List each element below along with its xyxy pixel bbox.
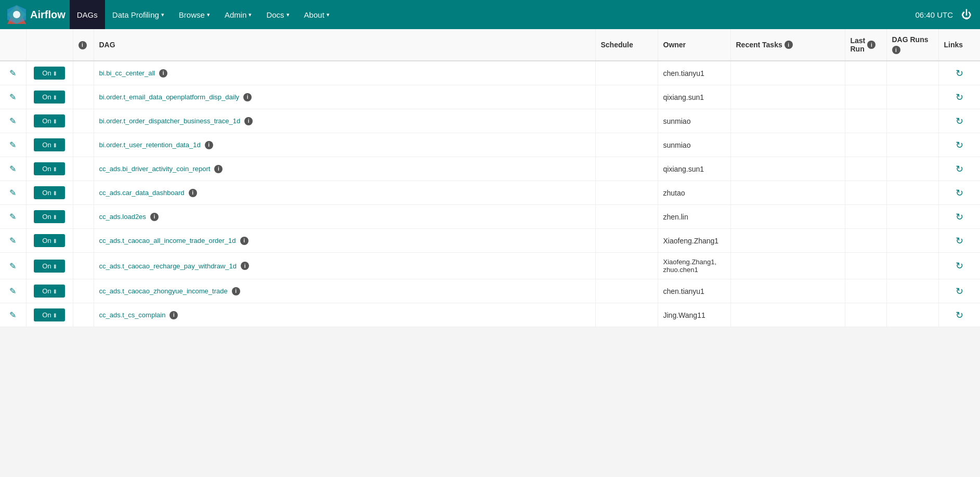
- nav-item-about[interactable]: About ▾: [297, 0, 337, 29]
- schedule-cell: [595, 279, 658, 303]
- schedule-cell: [595, 303, 658, 327]
- dag-name-cell: cc_ads.bi_driver_activity_coin_report i: [99, 165, 590, 173]
- schedule-cell: [595, 61, 658, 85]
- dag-name-link[interactable]: cc_ads.load2es: [99, 213, 146, 221]
- dag-info-icon[interactable]: i: [244, 117, 253, 125]
- airflow-logo-icon: [6, 4, 27, 25]
- dag-info-icon[interactable]: i: [189, 189, 197, 197]
- power-button[interactable]: ⏻: [959, 7, 974, 23]
- table-row: ✎On cc_ads.t_cs_complain i Jing.Wang11↻: [0, 303, 980, 327]
- col-header-edit: [0, 29, 26, 61]
- nav-item-dags[interactable]: DAGs: [70, 0, 105, 29]
- recent-tasks-cell: [730, 253, 845, 279]
- toggle-button[interactable]: On: [34, 285, 65, 298]
- last-run-info-icon[interactable]: i: [867, 41, 876, 49]
- refresh-icon[interactable]: ↻: [956, 140, 963, 150]
- dag-runs-cell: [886, 253, 938, 279]
- nav-item-admin[interactable]: Admin ▾: [217, 0, 259, 29]
- refresh-icon[interactable]: ↻: [956, 68, 963, 79]
- refresh-icon[interactable]: ↻: [956, 212, 963, 222]
- dag-runs-cell: [886, 85, 938, 109]
- edit-icon[interactable]: ✎: [9, 140, 16, 149]
- refresh-icon[interactable]: ↻: [956, 164, 963, 174]
- refresh-icon[interactable]: ↻: [956, 286, 963, 296]
- dag-info-icon[interactable]: i: [243, 93, 252, 101]
- recent-tasks-cell: [730, 157, 845, 181]
- dag-name-link[interactable]: cc_ads.t_cs_complain: [99, 311, 166, 319]
- edit-icon[interactable]: ✎: [9, 69, 16, 78]
- nav-item-browse[interactable]: Browse ▾: [172, 0, 217, 29]
- nav-item-data-profiling[interactable]: Data Profiling ▾: [105, 0, 172, 29]
- dag-name-link[interactable]: bi.order.t_user_retention_data_1d: [99, 141, 201, 149]
- dag-info-icon[interactable]: i: [169, 311, 178, 319]
- dag-name-link[interactable]: cc_ads.t_caocao_all_income_trade_order_1…: [99, 237, 236, 244]
- refresh-icon[interactable]: ↻: [956, 92, 963, 102]
- caret-icon: ▾: [326, 11, 330, 18]
- dag-runs-info-icon[interactable]: i: [892, 46, 900, 54]
- toggle-button[interactable]: On: [34, 138, 65, 151]
- time-display: 06:40 UTC: [915, 10, 953, 19]
- toggle-button[interactable]: On: [34, 114, 65, 127]
- toggle-button[interactable]: On: [34, 234, 65, 247]
- dag-info-icon[interactable]: i: [159, 69, 167, 78]
- refresh-icon[interactable]: ↻: [956, 261, 963, 271]
- dag-info-icon[interactable]: i: [214, 165, 223, 173]
- dag-name-link[interactable]: cc_ads.t_caocao_zhongyue_income_trade: [99, 287, 228, 295]
- dag-name-link[interactable]: bi.bi_cc_center_all: [99, 69, 155, 77]
- dag-name-cell: cc_ads.t_cs_complain i: [99, 311, 590, 319]
- refresh-icon[interactable]: ↻: [956, 236, 963, 246]
- owner-cell: qixiang.sun1: [658, 85, 730, 109]
- dag-runs-cell: [886, 181, 938, 205]
- toggle-button[interactable]: On: [34, 162, 65, 175]
- schedule-cell: [595, 181, 658, 205]
- recent-tasks-cell: [730, 109, 845, 133]
- col-header-dag: DAG: [94, 29, 595, 61]
- dag-runs-cell: [886, 109, 938, 133]
- dag-name-cell: bi.order.t_order_dispatcher_business_tra…: [99, 117, 590, 125]
- toggle-button[interactable]: On: [34, 67, 65, 80]
- recent-tasks-info-icon[interactable]: i: [785, 41, 793, 49]
- edit-icon[interactable]: ✎: [9, 262, 16, 270]
- schedule-cell: [595, 253, 658, 279]
- owner-cell: Xiaofeng.Zhang1: [658, 229, 730, 253]
- last-run-cell: [845, 279, 886, 303]
- refresh-icon[interactable]: ↻: [956, 188, 963, 198]
- dag-info-icon[interactable]: i: [205, 141, 213, 149]
- dag-name-link[interactable]: cc_ads.bi_driver_activity_coin_report: [99, 165, 211, 173]
- dag-info-icon[interactable]: i: [241, 262, 249, 270]
- dag-info-icon[interactable]: i: [240, 237, 249, 245]
- toggle-button[interactable]: On: [34, 210, 65, 223]
- table-row: ✎On bi.order.t_order_dispatcher_business…: [0, 109, 980, 133]
- toggle-button[interactable]: On: [34, 308, 65, 321]
- toggle-button[interactable]: On: [34, 260, 65, 273]
- dag-info-icon[interactable]: i: [150, 213, 159, 221]
- info-header-icon[interactable]: i: [79, 41, 87, 49]
- table-row: ✎On cc_ads.car_data_dashboard i zhutao↻: [0, 181, 980, 205]
- edit-icon[interactable]: ✎: [9, 188, 16, 197]
- nav-item-docs[interactable]: Docs ▾: [259, 0, 296, 29]
- dag-name-link[interactable]: bi.order.t_order_dispatcher_business_tra…: [99, 117, 241, 125]
- brand-logo[interactable]: Airflow: [6, 4, 66, 25]
- owner-cell: zhutao: [658, 181, 730, 205]
- recent-tasks-cell: [730, 205, 845, 229]
- dag-name-link[interactable]: cc_ads.car_data_dashboard: [99, 189, 185, 197]
- refresh-icon[interactable]: ↻: [956, 310, 963, 320]
- edit-icon[interactable]: ✎: [9, 311, 16, 319]
- dag-name-link[interactable]: cc_ads.t_caocao_recharge_pay_withdraw_1d: [99, 262, 237, 270]
- edit-icon[interactable]: ✎: [9, 93, 16, 101]
- dag-name-link[interactable]: bi.order.t_email_data_openplatform_disp_…: [99, 93, 240, 101]
- edit-icon[interactable]: ✎: [9, 212, 16, 221]
- toggle-button[interactable]: On: [34, 186, 65, 199]
- dag-runs-cell: [886, 279, 938, 303]
- edit-icon[interactable]: ✎: [9, 117, 16, 125]
- table-row: ✎On cc_ads.t_caocao_recharge_pay_withdra…: [0, 253, 980, 279]
- dag-runs-cell: [886, 133, 938, 157]
- edit-icon[interactable]: ✎: [9, 287, 16, 295]
- edit-icon[interactable]: ✎: [9, 164, 16, 173]
- edit-icon[interactable]: ✎: [9, 236, 16, 245]
- toggle-button[interactable]: On: [34, 91, 65, 104]
- dag-name-cell: bi.order.t_email_data_openplatform_disp_…: [99, 93, 590, 101]
- refresh-icon[interactable]: ↻: [956, 116, 963, 126]
- last-run-cell: [845, 61, 886, 85]
- dag-info-icon[interactable]: i: [232, 287, 240, 295]
